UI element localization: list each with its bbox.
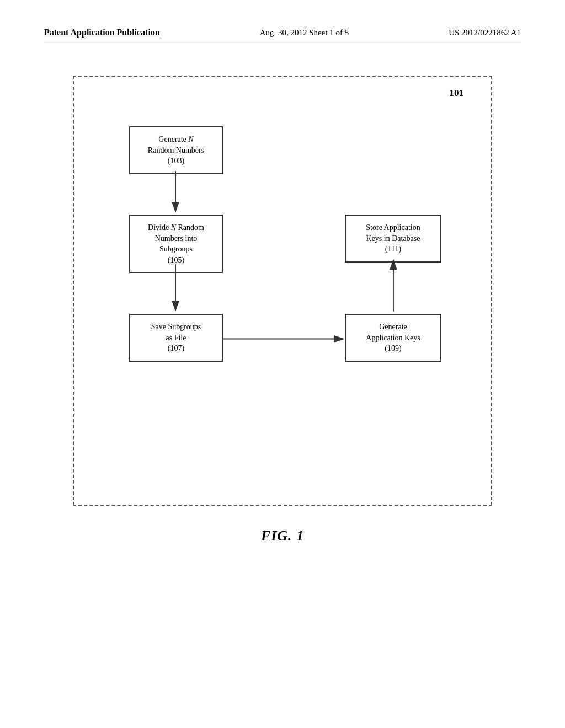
figure-caption: FIG. 1 (261, 528, 304, 544)
flowbox-109-line2: Application Keys (355, 333, 431, 344)
flowbox-105-number: (105) (139, 255, 213, 266)
flowbox-109-number: (109) (355, 343, 431, 354)
flowbox-111-line2: Keys in Database (355, 233, 431, 244)
page-header: Patent Application Publication Aug. 30, … (44, 28, 521, 42)
flowbox-107-line1: Save Subgroups (139, 322, 213, 333)
diagram-area: 101 Generate N Random Numbers (103) Divi… (44, 76, 521, 544)
flowbox-111: Store Application Keys in Database (111) (345, 215, 441, 263)
header-publication-label: Patent Application Publication (44, 28, 160, 38)
flowbox-103: Generate N Random Numbers (103) (129, 126, 223, 174)
process-label-101: 101 (450, 88, 464, 99)
flowbox-103-number: (103) (139, 156, 213, 167)
flowbox-105-line1: Divide N Random (139, 222, 213, 233)
flowbox-105-line2: Numbers into (139, 233, 213, 244)
flowbox-109-line1: Generate (355, 322, 431, 333)
header-patent-number: US 2012/0221862 A1 (449, 28, 521, 38)
patent-page: Patent Application Publication Aug. 30, … (0, 0, 565, 728)
flowbox-103-line1: Generate N (139, 134, 213, 145)
flowbox-111-number: (111) (355, 244, 431, 255)
flowbox-105: Divide N Random Numbers into Subgroups (… (129, 215, 223, 273)
flowbox-105-line3: Subgroups (139, 244, 213, 255)
flowbox-103-line2: Random Numbers (139, 145, 213, 156)
outer-process-box: 101 Generate N Random Numbers (103) Divi… (73, 76, 492, 506)
flowbox-107: Save Subgroups as File (107) (129, 314, 223, 362)
flowbox-107-number: (107) (139, 343, 213, 354)
header-date-sheet: Aug. 30, 2012 Sheet 1 of 5 (260, 28, 349, 38)
flowbox-107-line2: as File (139, 333, 213, 344)
flowbox-109: Generate Application Keys (109) (345, 314, 441, 362)
flowbox-111-line1: Store Application (355, 222, 431, 233)
